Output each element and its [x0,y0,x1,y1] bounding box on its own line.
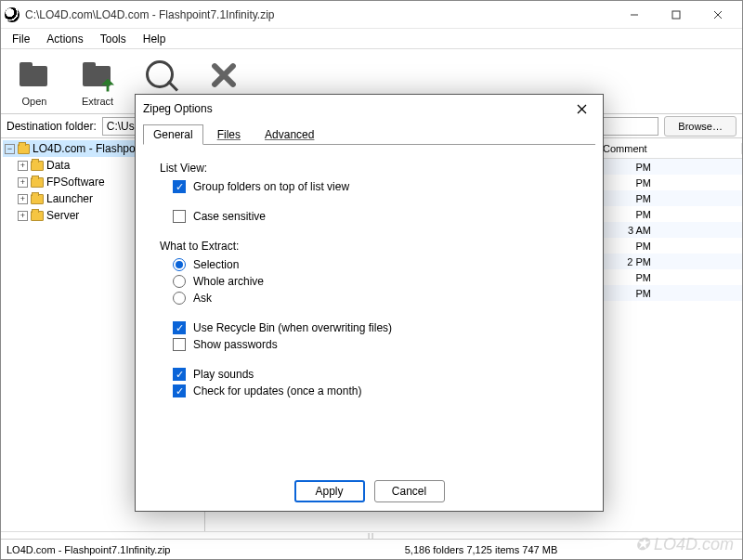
tools-icon [205,57,242,94]
apply-button[interactable]: Apply [294,480,365,502]
menubar: File Actions Tools Help [1,29,742,49]
menu-actions[interactable]: Actions [39,31,90,47]
tree-item-label: Launcher [46,192,93,205]
tree-item-label: FPSoftware [46,176,105,189]
option-case-sensitive[interactable]: Case sensitive [173,210,579,223]
radio-checked-icon[interactable] [173,258,186,271]
close-icon [713,10,723,20]
dialog-body: List View: Group folders on top of list … [143,144,595,472]
checkbox-icon[interactable] [173,210,186,223]
option-selection[interactable]: Selection [173,258,579,271]
toolbar-open[interactable]: Open [8,57,60,107]
tab-general-label: General [153,128,193,141]
status-left: LO4D.com - Flashpoint7.1Infinity.zip [7,544,405,555]
option-group-folders[interactable]: Group folders on top of list view [173,180,579,193]
option-label: Case sensitive [193,210,266,223]
tab-files[interactable]: Files [207,124,251,145]
options-dialog: Zipeg Options General Files Advanced Lis… [135,94,604,512]
option-label: Play sounds [193,368,254,381]
minimize-icon [630,10,639,20]
expand-icon[interactable]: + [18,177,28,188]
checkbox-checked-icon[interactable] [173,180,186,193]
tab-general[interactable]: General [143,124,203,145]
option-check-updates[interactable]: Check for updates (once a month) [173,384,579,397]
destination-label: Destination folder: [7,120,97,133]
tab-advanced-label: Advanced [265,128,314,141]
toolbar-extract[interactable]: Extract [72,57,124,107]
dialog-tabs: General Files Advanced [136,123,603,145]
option-label: Ask [193,292,212,305]
dialog-title: Zipeg Options [143,102,567,115]
tab-files-label: Files [217,128,241,141]
cancel-button[interactable]: Cancel [374,480,445,502]
option-play-sounds[interactable]: Play sounds [173,368,579,381]
statusbar: LO4D.com - Flashpoint7.1Infinity.zip 5,1… [1,539,742,559]
folder-icon [31,211,44,221]
menu-file[interactable]: File [5,31,37,47]
checkbox-checked-icon[interactable] [173,321,186,334]
expand-icon[interactable]: + [18,194,28,204]
checkbox-checked-icon[interactable] [173,368,186,381]
expand-icon[interactable]: + [18,161,28,171]
titlebar: C:\LO4D.com\LO4D.com - Flashpoint7.1Infi… [1,1,742,29]
option-label: Whole archive [193,275,264,288]
menu-help[interactable]: Help [136,31,174,47]
minimize-button[interactable] [613,2,655,28]
tab-advanced[interactable]: Advanced [254,124,324,145]
option-label: Show passwords [193,338,278,351]
option-show-passwords[interactable]: Show passwords [173,338,579,351]
option-label: Group folders on top of list view [193,180,349,193]
toolbar-open-label: Open [22,96,47,107]
option-whole-archive[interactable]: Whole archive [173,275,579,288]
app-icon [5,7,20,22]
maximize-button[interactable] [655,2,697,28]
close-icon [577,104,587,114]
toolbar-extract-label: Extract [82,96,113,107]
svg-rect-1 [672,11,680,19]
maximize-icon [671,10,681,20]
option-label: Use Recycle Bin (when overwriting files) [193,321,392,334]
dialog-titlebar: Zipeg Options [136,95,603,123]
browse-button[interactable]: Browse… [664,116,736,137]
radio-icon[interactable] [173,275,186,288]
window-title: C:\LO4D.com\LO4D.com - Flashpoint7.1Infi… [25,8,613,21]
splitter-handle[interactable]: || [1,531,742,539]
tree-item-label: Server [46,209,79,222]
status-right: 5,186 folders 7,125 items 747 MB [405,544,736,555]
tree-item-label: Data [46,159,70,172]
option-label: Check for updates (once a month) [193,384,361,397]
radio-icon[interactable] [173,292,186,305]
what-to-extract-label: What to Extract: [160,240,579,253]
menu-tools[interactable]: Tools [93,31,134,47]
option-ask[interactable]: Ask [173,292,579,305]
checkbox-icon[interactable] [173,338,186,351]
folder-icon [31,194,44,204]
dialog-close-button[interactable] [567,97,595,121]
close-button[interactable] [697,2,738,28]
option-label: Selection [193,258,239,271]
folder-extract-icon [79,57,116,94]
option-recycle-bin[interactable]: Use Recycle Bin (when overwriting files) [173,321,579,334]
folder-icon [31,161,44,171]
expand-icon[interactable]: + [18,211,28,221]
window-controls [613,2,738,28]
folder-open-icon [16,57,53,94]
folder-icon [18,144,30,154]
checkbox-checked-icon[interactable] [173,384,186,397]
dialog-buttons: Apply Cancel [136,472,603,511]
col-comment[interactable]: Comment [595,143,742,154]
folder-icon [31,177,44,188]
magnifier-icon [142,57,179,94]
collapse-icon[interactable]: − [5,144,15,154]
list-view-label: List View: [160,162,579,175]
